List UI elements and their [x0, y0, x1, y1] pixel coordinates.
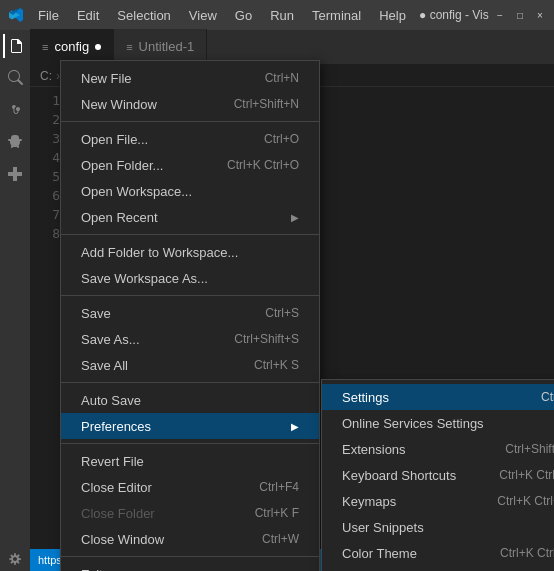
menu-new-window[interactable]: New Window Ctrl+Shift+N	[61, 91, 319, 117]
menu-close-folder: Close Folder Ctrl+K F	[61, 500, 319, 526]
dropdown-overlay: New File Ctrl+N New Window Ctrl+Shift+N …	[30, 30, 554, 571]
menu-section-open: Open File... Ctrl+O Open Folder... Ctrl+…	[61, 122, 319, 235]
menu-view[interactable]: View	[181, 6, 225, 25]
submenu-user-snippets[interactable]: User Snippets	[322, 514, 554, 540]
extensions-icon[interactable]	[3, 162, 27, 186]
menu-close-window[interactable]: Close Window Ctrl+W	[61, 526, 319, 552]
main-layout: ≡ config ≡ Untitled-1 C: › Users › 86152…	[0, 30, 554, 571]
activity-bar	[0, 30, 30, 571]
menu-open-recent[interactable]: Open Recent ▶	[61, 204, 319, 230]
source-control-icon[interactable]	[3, 98, 27, 122]
menu-save-all[interactable]: Save All Ctrl+K S	[61, 352, 319, 378]
submenu-keymaps[interactable]: Keymaps Ctrl+K Ctrl+M	[322, 488, 554, 514]
maximize-button[interactable]: □	[514, 9, 526, 21]
menu-section-preferences: Auto Save Preferences ▶ Settings Ctrl+,	[61, 383, 319, 444]
menu-exit[interactable]: Exit	[61, 561, 319, 571]
window-title: ● config - Vis	[414, 8, 494, 22]
menu-section-workspace: Add Folder to Workspace... Save Workspac…	[61, 235, 319, 296]
menu-edit[interactable]: Edit	[69, 6, 107, 25]
menu-run[interactable]: Run	[262, 6, 302, 25]
menu-save-as[interactable]: Save As... Ctrl+Shift+S	[61, 326, 319, 352]
menu-revert-file[interactable]: Revert File	[61, 448, 319, 474]
submenu-settings[interactable]: Settings Ctrl+,	[322, 384, 554, 410]
menu-new-file[interactable]: New File Ctrl+N	[61, 65, 319, 91]
menu-file[interactable]: File	[30, 6, 67, 25]
editor-area: ≡ config ≡ Untitled-1 C: › Users › 86152…	[30, 30, 554, 571]
search-icon[interactable]	[3, 66, 27, 90]
menu-bar: File Edit Selection View Go Run Terminal…	[30, 6, 414, 25]
minimize-button[interactable]: −	[494, 9, 506, 21]
menu-terminal[interactable]: Terminal	[304, 6, 369, 25]
vscode-logo-icon	[8, 7, 24, 23]
menu-go[interactable]: Go	[227, 6, 260, 25]
menu-section-new: New File Ctrl+N New Window Ctrl+Shift+N	[61, 61, 319, 122]
preferences-submenu: Settings Ctrl+, Online Services Settings…	[321, 379, 554, 571]
menu-open-workspace[interactable]: Open Workspace...	[61, 178, 319, 204]
window-controls: − □ ×	[494, 9, 546, 21]
settings-gear-icon[interactable]	[3, 547, 27, 571]
menu-section-exit: Exit	[61, 557, 319, 571]
menu-save-workspace[interactable]: Save Workspace As...	[61, 265, 319, 291]
submenu-color-theme[interactable]: Color Theme Ctrl+K Ctrl+T	[322, 540, 554, 566]
menu-add-folder[interactable]: Add Folder to Workspace...	[61, 239, 319, 265]
menu-section-save: Save Ctrl+S Save As... Ctrl+Shift+S Save…	[61, 296, 319, 383]
menu-close-editor[interactable]: Close Editor Ctrl+F4	[61, 474, 319, 500]
file-menu: New File Ctrl+N New Window Ctrl+Shift+N …	[60, 60, 320, 571]
menu-auto-save[interactable]: Auto Save	[61, 387, 319, 413]
close-button[interactable]: ×	[534, 9, 546, 21]
debug-icon[interactable]	[3, 130, 27, 154]
menu-open-file[interactable]: Open File... Ctrl+O	[61, 126, 319, 152]
submenu-keyboard-shortcuts[interactable]: Keyboard Shortcuts Ctrl+K Ctrl+S	[322, 462, 554, 488]
menu-section-close: Revert File Close Editor Ctrl+F4 Close F…	[61, 444, 319, 557]
menu-save[interactable]: Save Ctrl+S	[61, 300, 319, 326]
menu-help[interactable]: Help	[371, 6, 414, 25]
title-bar: File Edit Selection View Go Run Terminal…	[0, 0, 554, 30]
menu-preferences[interactable]: Preferences ▶	[61, 413, 319, 439]
submenu-online-services[interactable]: Online Services Settings	[322, 410, 554, 436]
explorer-icon[interactable]	[3, 34, 27, 58]
submenu-file-icon-theme[interactable]: File Icon Theme	[322, 566, 554, 571]
menu-selection[interactable]: Selection	[109, 6, 178, 25]
submenu-extensions[interactable]: Extensions Ctrl+Shift+X	[322, 436, 554, 462]
menu-open-folder[interactable]: Open Folder... Ctrl+K Ctrl+O	[61, 152, 319, 178]
title-bar-left: File Edit Selection View Go Run Terminal…	[8, 6, 414, 25]
